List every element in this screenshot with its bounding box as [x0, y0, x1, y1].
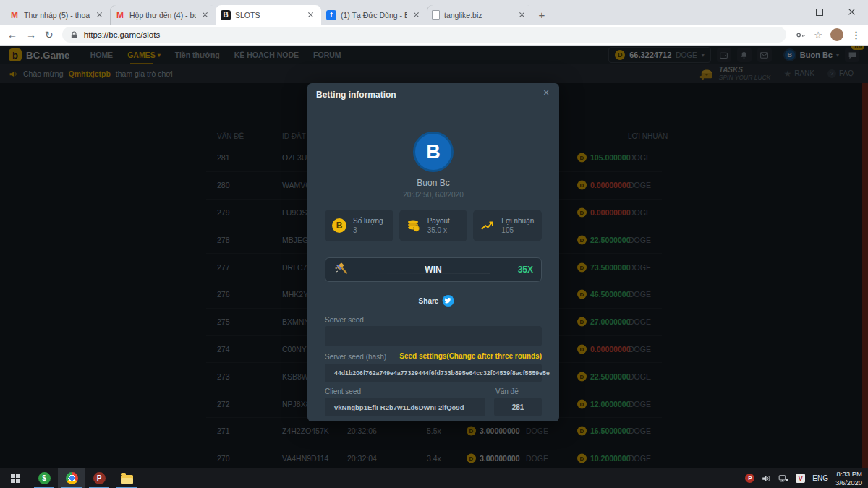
tab-title: tanglike.biz: [444, 11, 513, 20]
volume-icon[interactable]: [762, 474, 771, 483]
bcgame-icon: B: [221, 10, 231, 20]
modal-close-icon[interactable]: ×: [540, 87, 552, 98]
trend-up-icon: [480, 218, 495, 234]
psiphon-icon: P: [93, 472, 106, 484]
language-indicator[interactable]: ENG: [812, 474, 828, 482]
gmail-icon: M: [115, 10, 125, 20]
modal-title: Betting information: [316, 90, 396, 100]
stat-label: Số lượng: [353, 217, 383, 225]
stat-card: Payout35.0 x: [399, 210, 468, 241]
system-tray: P V ENG 8:33 PM 3/6/2020: [745, 470, 868, 487]
client-seed-label: Client seed: [325, 388, 361, 395]
refresh-icon[interactable]: ↻: [45, 30, 54, 40]
share-button[interactable]: Share: [411, 294, 456, 308]
dollar-app-icon: $: [38, 472, 51, 484]
window-close-button[interactable]: [835, 0, 868, 24]
start-button[interactable]: [0, 468, 30, 488]
share-label: Share: [419, 297, 439, 305]
windows-taskbar: $ P P V ENG 8:33 PM 3/6/2020: [0, 468, 868, 488]
bet-stats: BSố lượng3Payout35.0 xLợi nhuận105: [325, 210, 542, 241]
taskbar-app-money[interactable]: $: [30, 468, 58, 488]
network-icon[interactable]: [778, 474, 788, 483]
toolbar-right: ☆ ⋮: [795, 28, 861, 41]
stat-card: BSố lượng3: [325, 210, 393, 241]
stat-value: 3: [353, 226, 383, 234]
stat-card: Lợi nhuận105: [473, 210, 542, 241]
tab-close-icon[interactable]: [412, 10, 422, 20]
stat-value: 35.0 x: [427, 226, 450, 234]
browser-tab[interactable]: MHộp thư đến (4) - bcgamebouns: [110, 5, 216, 25]
address-bar[interactable]: https://bc.game/slots: [62, 27, 787, 43]
server-seed-label: Server seed: [325, 316, 364, 324]
tab-title: (1) Tạ Đức Dũng - Bông Thanh N: [341, 11, 407, 20]
tab-close-icon[interactable]: [517, 10, 527, 20]
tray-psiphon-icon[interactable]: P: [745, 474, 754, 483]
window-restore-button[interactable]: [803, 0, 835, 24]
gmail-icon: M: [9, 10, 20, 20]
taskbar-app-explorer[interactable]: [113, 468, 140, 488]
result-label: WIN: [326, 265, 541, 275]
windows-logo-icon: [11, 474, 20, 483]
taskbar-app-chrome[interactable]: [58, 468, 85, 488]
stat-text: Payout35.0 x: [427, 217, 450, 234]
folder-icon: [121, 475, 133, 484]
browser-toolbar: ← → ↻ https://bc.game/slots ☆ ⋮: [0, 25, 868, 46]
stat-label: Lợi nhuận: [501, 217, 534, 225]
result-multiplier: 35X: [518, 265, 533, 275]
screen: MThư nháp (5) - thoai14071997@gMHộp thư …: [0, 0, 868, 488]
coins-stack-icon: [406, 218, 422, 234]
browser-profile-avatar[interactable]: [830, 28, 843, 41]
page-icon: [432, 10, 440, 20]
chrome-icon: [66, 472, 78, 484]
facebook-icon: f: [326, 10, 336, 20]
browser-tab[interactable]: MThư nháp (5) - thoai14071997@g: [4, 5, 110, 25]
key-icon[interactable]: [795, 30, 806, 40]
bet-result-banner: WIN 35X: [325, 257, 542, 282]
browser-tab[interactable]: f(1) Tạ Đức Dũng - Bông Thanh N: [321, 5, 427, 25]
tab-close-icon[interactable]: [95, 10, 105, 20]
browser-tab[interactable]: tanglike.biz: [427, 5, 532, 25]
twitter-icon[interactable]: [442, 295, 454, 307]
stat-text: Lợi nhuận105: [501, 217, 534, 234]
bettor-avatar: B: [413, 132, 454, 172]
tab-close-icon[interactable]: [306, 10, 316, 20]
tab-close-icon[interactable]: [200, 10, 210, 20]
page-viewport: b BC.Game HOMEGAMES▾Tiền thưởngKẾ HOẠCH …: [0, 46, 868, 468]
taskbar-time: 8:33 PM: [835, 470, 862, 479]
stat-text: Số lượng3: [353, 217, 383, 234]
bet-timestamp: 20:32:50, 6/3/2020: [307, 191, 559, 199]
taskbar-date: 3/6/2020: [835, 479, 862, 487]
bettor-name: Buon Bc: [307, 178, 559, 188]
window-controls: [770, 0, 868, 25]
forward-icon[interactable]: →: [26, 30, 36, 40]
tab-title: Thư nháp (5) - thoai14071997@g: [24, 11, 90, 20]
server-seed-hash-input[interactable]: 44d1b206f762a749e4a77329444f6fd733b895e6…: [325, 364, 542, 382]
issue-label: Vấn đề: [495, 388, 519, 395]
taskbar-clock[interactable]: 8:33 PM 3/6/2020: [835, 470, 862, 487]
stat-value: 105: [501, 226, 534, 234]
coin-icon: B: [331, 218, 347, 234]
server-seed-hash-label: Server seed (hash): [325, 353, 386, 361]
url-text: https://bc.game/slots: [84, 30, 160, 39]
lock-icon: [69, 30, 79, 40]
taskbar-app-psiphon[interactable]: P: [85, 468, 113, 488]
browser-tabstrip: MThư nháp (5) - thoai14071997@gMHộp thư …: [0, 0, 868, 25]
tab-title: SLOTS: [235, 11, 302, 20]
window-minimize-button[interactable]: [770, 0, 803, 24]
tray-v-icon[interactable]: V: [796, 474, 805, 483]
back-icon[interactable]: ←: [7, 30, 17, 40]
tab-title: Hộp thư đến (4) - bcgamebouns: [129, 11, 196, 20]
new-tab-button[interactable]: +: [532, 5, 551, 24]
betting-information-modal: Betting information × B Buon Bc 20:32:50…: [307, 83, 559, 421]
client-seed-input[interactable]: vkNngbp1EfiFR2b7w1Ld6DWnF2lfQo9d: [325, 398, 485, 416]
browser-tabs: MThư nháp (5) - thoai14071997@gMHộp thư …: [0, 5, 532, 25]
browser-menu-icon[interactable]: ⋮: [851, 30, 861, 40]
stat-label: Payout: [427, 217, 450, 225]
bookmark-star-icon[interactable]: ☆: [814, 30, 822, 40]
browser-tab[interactable]: BSLOTS: [216, 5, 321, 25]
coin-glyph: B: [332, 218, 346, 233]
server-seed-input[interactable]: [325, 326, 542, 346]
issue-input[interactable]: 281: [494, 398, 542, 416]
seed-settings-link[interactable]: Seed settings(Change after three rounds): [399, 352, 542, 360]
